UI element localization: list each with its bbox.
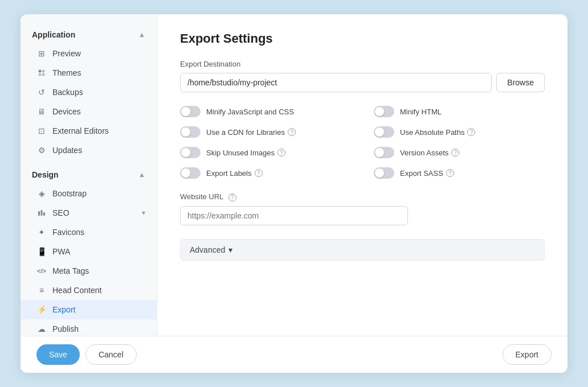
help-cdn-icon[interactable]: ? [288,128,296,136]
toggle-export-labels[interactable] [180,167,201,179]
option-label-minify-html: Minify HTML [400,108,442,116]
themes-icon [36,68,47,78]
option-label-export-sass: Export SASS ? [400,169,454,178]
svg-point-2 [39,73,42,76]
toggle-skip-unused-images[interactable] [180,147,201,158]
help-website-url-icon[interactable]: ? [228,194,236,201]
sidebar-item-favicons[interactable]: ✦ Favicons [21,223,157,242]
website-url-input[interactable] [180,206,408,225]
sidebar-item-label-external-editors: External Editors [52,126,109,135]
sidebar-item-label-favicons: Favicons [52,228,84,237]
sidebar-item-updates[interactable]: ⚙ Updates [21,141,157,160]
head-content-icon: ≡ [36,285,47,295]
export-icon: ⚡ [36,304,47,315]
sidebar-item-preview[interactable]: ⊞ Preview [21,44,157,63]
help-version-assets-icon[interactable]: ? [451,149,459,157]
sidebar-item-export[interactable]: ⚡ Export [21,300,157,319]
sidebar-item-label-bootstrap: Bootstrap [52,189,87,198]
favicons-icon: ✦ [36,227,47,237]
application-chevron-icon: ▲ [138,31,145,39]
sidebar-item-label-export: Export [52,305,75,314]
footer-left-actions: Save Cancel [36,344,137,365]
sidebar-item-backups[interactable]: ↺ Backups [21,83,157,102]
updates-icon: ⚙ [36,145,47,155]
export-destination-label: Export Destination [180,60,545,68]
sidebar-section-design[interactable]: Design ▲ [21,166,157,184]
export-destination-input[interactable] [180,73,492,92]
option-export-sass: Export SASS ? [374,167,545,179]
option-cdn-libraries: Use a CDN for Libraries ? [180,126,351,138]
sidebar-item-head-content[interactable]: ≡ Head Content [21,281,157,300]
sidebar-item-meta-tags[interactable]: </> Meta Tags [21,261,157,281]
sidebar: Application ▲ ⊞ Preview Themes ↺ Backups… [21,14,157,336]
pwa-icon: 📱 [36,246,47,257]
sidebar-item-devices[interactable]: 🖥 Devices [21,102,157,121]
sidebar-item-label-devices: Devices [52,107,81,116]
svg-point-3 [42,73,45,76]
sidebar-item-label-seo: SEO [52,208,70,217]
design-section-label: Design [32,170,59,179]
save-button[interactable]: Save [36,344,80,365]
preview-icon: ⊞ [36,48,47,59]
toggle-options-grid: Minify JavaScript and CSS Minify HTML Us… [180,106,545,179]
svg-rect-4 [38,211,40,216]
toggle-version-assets[interactable] [374,147,394,158]
toggle-absolute-paths[interactable] [374,126,394,138]
browse-button[interactable]: Browse [496,73,545,92]
sidebar-item-external-editors[interactable]: ⊡ External Editors [21,121,157,141]
option-absolute-paths: Use Absolute Paths ? [374,126,545,138]
export-button[interactable]: Export [503,344,552,365]
sidebar-item-label-pwa: PWA [52,247,70,256]
main-content: Export Settings Export Destination Brows… [157,14,567,336]
footer: Save Cancel Export [21,336,567,373]
advanced-label: Advanced [190,245,225,254]
sidebar-item-label-preview: Preview [52,49,81,58]
toggle-minify-js-css[interactable] [180,106,201,117]
sidebar-item-label-publish: Publish [52,324,79,334]
option-label-version-assets: Version Assets ? [400,149,459,157]
publish-icon: ☁ [36,324,47,334]
help-absolute-paths-icon[interactable]: ? [467,128,475,136]
advanced-section: Advanced ▾ [180,239,545,261]
option-label-minify-js-css: Minify JavaScript and CSS [206,108,294,116]
sidebar-item-label-backups: Backups [52,88,83,97]
svg-rect-5 [41,210,43,216]
toggle-minify-html[interactable] [374,106,394,117]
sidebar-item-label-updates: Updates [52,146,82,155]
design-chevron-icon: ▲ [138,171,145,179]
bootstrap-icon: ◈ [36,188,47,199]
help-skip-images-icon[interactable]: ? [277,149,285,157]
seo-icon [36,208,47,218]
option-minify-html: Minify HTML [374,106,545,117]
option-version-assets: Version Assets ? [374,147,545,158]
sidebar-item-bootstrap[interactable]: ◈ Bootstrap [21,184,157,203]
help-export-sass-icon[interactable]: ? [446,169,454,177]
advanced-header[interactable]: Advanced ▾ [181,240,544,260]
help-export-labels-icon[interactable]: ? [255,169,263,177]
svg-point-1 [42,70,45,73]
option-label-absolute-paths: Use Absolute Paths ? [400,128,475,137]
cancel-button[interactable]: Cancel [85,344,137,365]
toggle-export-sass[interactable] [374,167,394,179]
meta-tags-icon: </> [36,266,47,276]
advanced-chevron-icon: ▾ [228,245,232,254]
svg-point-0 [39,70,42,73]
sidebar-item-label-themes: Themes [52,68,81,77]
external-editors-icon: ⊡ [36,126,47,136]
website-url-group: Website URL ? [180,192,545,225]
devices-icon: 🖥 [36,106,47,117]
website-url-label: Website URL ? [180,192,545,201]
sidebar-item-seo[interactable]: SEO ▾ [21,203,157,223]
sidebar-item-label-head-content: Head Content [52,286,101,295]
toggle-cdn-libraries[interactable] [180,126,201,138]
sidebar-item-pwa[interactable]: 📱 PWA [21,242,157,261]
option-minify-js-css: Minify JavaScript and CSS [180,106,351,117]
sidebar-item-themes[interactable]: Themes [21,63,157,83]
sidebar-section-application[interactable]: Application ▲ [21,26,157,44]
option-label-export-labels: Export Labels ? [206,169,263,178]
sidebar-item-label-meta-tags: Meta Tags [52,266,89,275]
option-label-cdn-libraries: Use a CDN for Libraries ? [206,128,296,137]
page-title: Export Settings [180,31,545,46]
option-label-skip-unused-images: Skip Unused Images ? [206,149,285,157]
sidebar-item-publish[interactable]: ☁ Publish [21,319,157,336]
